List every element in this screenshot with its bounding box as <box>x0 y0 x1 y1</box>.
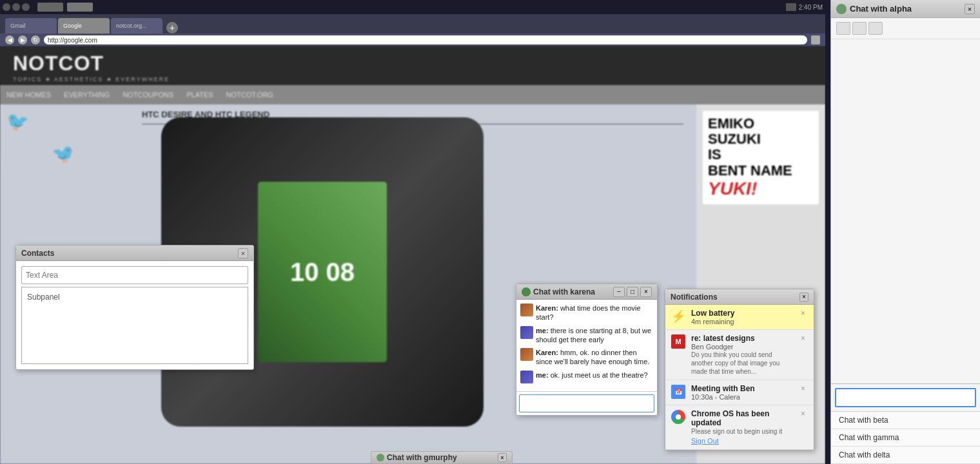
notifications-titlebar: Notifications × <box>665 289 814 305</box>
nav-everything[interactable]: EVERYTHING <box>64 91 110 99</box>
calendar-icon: 📅 <box>671 385 685 399</box>
chat-alpha-panel: Chat with alpha × Chat with beta Chat wi… <box>830 0 980 464</box>
chat-karena-input[interactable] <box>519 394 654 412</box>
chat-gmurphy-close[interactable]: × <box>498 453 507 462</box>
notif-battery-title: Low battery <box>691 309 796 318</box>
nav-notcoupons[interactable]: NOTCOUPONS <box>122 91 173 99</box>
karen-avatar-2 <box>520 348 533 361</box>
chat-alpha-messages-area <box>831 39 980 383</box>
os-menu-icon[interactable] <box>3 3 10 11</box>
gmail-icon-container: M <box>671 334 686 349</box>
chat-delta-item[interactable]: Chat with delta <box>831 447 980 464</box>
notif-gmail: M re: latest designs Ben Goodger Do you … <box>665 330 814 380</box>
sidebar-text-1: EMIKOSUZUKIISBENT NAME <box>708 116 814 179</box>
notcot-header: NOTCOT TOPICS ★ AESTHETICS ★ EVERYWHERE <box>0 46 825 85</box>
notif-calendar: 📅 Meeting with Ben 10:30a - Calera × <box>665 380 814 405</box>
chat-alpha-title: Chat with alpha <box>850 4 912 14</box>
notif-calendar-sub: 10:30a - Calera <box>691 393 796 401</box>
notifications-title: Notifications <box>671 293 718 302</box>
forward-button[interactable]: ▶ <box>18 35 27 44</box>
notif-chrome-signout-link[interactable]: Sign Out <box>691 437 719 445</box>
os-forward-icon[interactable] <box>22 3 30 11</box>
notif-gmail-content: re: latest designs Ben Goodger Do you th… <box>691 334 796 376</box>
chrome-icon-container <box>671 409 686 425</box>
tab-gmail-label: Gmail <box>10 23 26 29</box>
tab-notcot-label: notcot.org... <box>116 23 147 29</box>
notif-gmail-close[interactable]: × <box>801 334 808 342</box>
tab-notcot[interactable]: notcot.org... <box>111 18 162 34</box>
notif-gmail-title: re: latest designs <box>691 334 796 343</box>
chat-sender-2: me: <box>536 327 549 334</box>
back-button[interactable]: ◀ <box>5 35 14 44</box>
me-avatar-1 <box>520 326 533 339</box>
notif-chrome-title: Chrome OS has been updated <box>691 409 796 427</box>
chrome-icon <box>671 410 685 424</box>
notifications-close-button[interactable]: × <box>799 293 808 302</box>
new-tab-button[interactable]: + <box>166 22 178 34</box>
chat-alpha-ctrl-2[interactable] <box>852 22 867 35</box>
contacts-titlebar: Contacts × <box>16 246 253 261</box>
contacts-title: Contacts <box>21 249 54 258</box>
chat-alpha-close-button[interactable]: × <box>965 4 975 14</box>
notif-chrome: Chrome OS has been updated Please sign o… <box>665 405 814 450</box>
notcot-tagline: TOPICS ★ AESTHETICS ★ EVERYWHERE <box>13 76 812 82</box>
chat-gamma-item[interactable]: Chat with gamma <box>831 429 980 447</box>
contacts-close-button[interactable]: × <box>238 248 248 258</box>
chat-karena-close[interactable]: × <box>640 287 652 297</box>
chat-msg-text-4: me: ok. just meet us at the theatre? <box>536 371 648 380</box>
chat-karena-icon <box>522 287 531 296</box>
chat-alpha-input[interactable] <box>835 388 976 407</box>
chat-karena-title: Chat with karena <box>522 287 595 296</box>
notif-chrome-close[interactable]: × <box>801 409 808 417</box>
browser-chrome: Gmail Google notcot.org... + ◀ ▶ ↻ http:… <box>0 14 825 46</box>
nav-new-homes[interactable]: NEW HOMES <box>6 91 51 99</box>
me-avatar-2 <box>520 371 533 383</box>
battery-icon-container: ⚡ <box>671 309 686 324</box>
chat-body-2: there is one starting at 8, but we shoul… <box>536 327 651 343</box>
chat-gamma-label: Chat with gamma <box>839 433 899 442</box>
sidebar-box-1: EMIKOSUZUKIISBENT NAME YUKI! <box>703 111 819 204</box>
chat-karena-maximize[interactable]: □ <box>627 287 638 297</box>
chat-alpha-list: Chat with beta Chat with gamma Chat with… <box>831 411 980 464</box>
battery-icon: ⚡ <box>671 309 685 324</box>
chat-alpha-ctrl-1[interactable] <box>836 22 850 35</box>
tab-gmail[interactable]: Gmail <box>5 18 57 34</box>
browser-menu-button[interactable] <box>811 35 820 44</box>
notcot-nav: NEW HOMES EVERYTHING NOTCOUPONS PLATES N… <box>0 85 825 104</box>
gmail-icon: M <box>671 334 685 349</box>
notif-battery: ⚡ Low battery 4m remaining × <box>665 305 814 330</box>
chat-beta-label: Chat with beta <box>839 416 888 425</box>
chat-karena-minimize[interactable]: − <box>613 287 625 297</box>
chat-msg-text-1: Karen: what time does the movie start? <box>536 304 653 322</box>
notif-battery-close[interactable]: × <box>801 309 808 316</box>
notif-calendar-close[interactable]: × <box>801 384 808 392</box>
chat-karena-panel: Chat with karena − □ × Karen: what time … <box>516 284 658 416</box>
sidebar-text-2: YUKI! <box>708 179 814 199</box>
chat-alpha-titlebar: Chat with alpha × <box>831 0 980 18</box>
nav-notcot[interactable]: NOTCOT.ORG <box>226 91 273 99</box>
browser-toolbar: ◀ ▶ ↻ http://google.com <box>0 34 825 46</box>
chat-alpha-ctrl-3[interactable] <box>868 22 883 35</box>
tab-google[interactable]: Google <box>58 18 110 34</box>
chat-msg-text-3: Karen: hmm, ok. no dinner then since we'… <box>536 348 653 367</box>
chat-gmurphy-bar[interactable]: Chat with gmurphy × <box>371 451 513 464</box>
os-tab-2[interactable] <box>67 3 93 12</box>
os-time: 2:40 PM <box>799 4 823 11</box>
karen-avatar <box>520 304 533 316</box>
url-bar[interactable]: http://google.com <box>44 35 807 44</box>
os-back-icon[interactable] <box>12 3 20 11</box>
decor-bird-1: 🐦 <box>6 111 29 132</box>
notif-gmail-body: Do you think you could send another copy… <box>691 351 796 376</box>
calendar-icon-container: 📅 <box>671 384 686 400</box>
chat-delta-label: Chat with delta <box>839 450 890 459</box>
chat-message-4: me: ok. just meet us at the theatre? <box>520 371 653 383</box>
contacts-search-input[interactable] <box>21 266 248 284</box>
chat-alpha-input-area <box>831 383 980 411</box>
chat-message-2: me: there is one starting at 8, but we s… <box>520 326 653 345</box>
os-tab-1[interactable] <box>37 3 63 12</box>
reload-button[interactable]: ↻ <box>31 35 40 44</box>
nav-plates[interactable]: PLATES <box>186 91 213 99</box>
chat-beta-item[interactable]: Chat with beta <box>831 412 980 429</box>
chat-alpha-toolbar <box>831 18 980 39</box>
notif-chrome-body: Please sign out to begin using it <box>691 427 796 436</box>
